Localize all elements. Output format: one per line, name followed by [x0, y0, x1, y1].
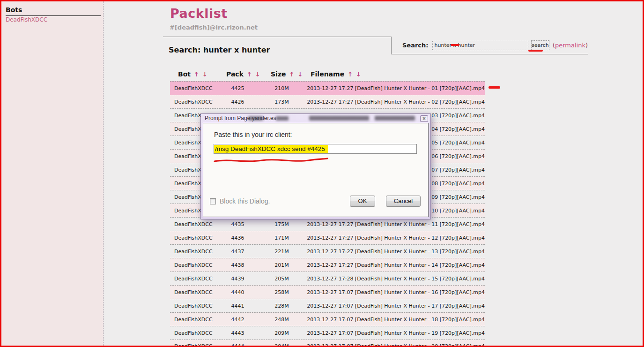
size-cell: 205M — [260, 276, 299, 282]
pack-cell: 4440 — [217, 289, 260, 295]
dialog-title: Prompt from Page yander.es — [205, 115, 276, 121]
table-header-row: Bot ↑ ↓ Pack ↑ ↓ Size ↑ ↓ Filename ↑ ↓ — [170, 67, 485, 81]
dialog-titlebar[interactable]: Prompt from Page yander.es × — [201, 114, 430, 123]
ok-button[interactable]: OK — [350, 196, 375, 207]
pack-row-4441[interactable]: DeadFishXDCC4441228M2013-12-27 17:07 [De… — [170, 299, 485, 312]
block-dialog-checkbox[interactable] — [210, 198, 216, 204]
pack-cell: 4438 — [217, 262, 260, 268]
file-cell: 2013-12-27 17:27 [DeadFish] Hunter X Hun… — [299, 249, 485, 255]
bot-cell: DeadFishXDCC — [170, 85, 217, 91]
pack-cell: 4439 — [217, 276, 260, 282]
column-header-bot: Bot ↑ ↓ — [170, 70, 218, 78]
bot-cell: DeadFishXDCC — [170, 289, 217, 295]
annotation-search-button-underline — [528, 50, 543, 52]
bots-heading: Bots — [6, 6, 101, 16]
file-cell: 2013-12-27 17:27 [DeadFish] Hunter X Hun… — [299, 262, 485, 268]
pack-row-4425[interactable]: DeadFishXDCC4425210M2013-12-27 17:27 [De… — [170, 81, 485, 95]
sort-desc-icon[interactable]: ↓ — [297, 71, 303, 78]
column-header-size: Size ↑ ↓ — [263, 70, 303, 78]
pack-cell: 4435 — [217, 221, 260, 227]
annotation-search-input-mark — [451, 44, 459, 46]
close-icon[interactable]: × — [420, 115, 428, 122]
blurred-row-remnant — [248, 116, 263, 121]
permalink-text[interactable]: permalink — [555, 42, 585, 49]
pack-cell: 4436 — [217, 235, 260, 241]
file-cell: 2013-12-27 17:27 [DeadFish] Hunter X Hun… — [299, 221, 485, 227]
bot-cell: DeadFishXDCC — [170, 249, 217, 255]
file-cell: 2013-12-27 17:28 [DeadFish] Hunter X Hun… — [299, 276, 485, 282]
highlighted-command-text: /msg DeadFishXDCC xdcc send #4425 — [214, 145, 328, 153]
dialog-content: Paste this in your irc client: /msg Dead… — [203, 123, 429, 217]
blurred-row-remnant — [309, 116, 369, 121]
blurred-row-remnant — [375, 116, 415, 121]
blurred-row-remnant — [276, 116, 289, 121]
column-header-pack: Pack ↑ ↓ — [218, 70, 263, 78]
dialog-message: Paste this in your irc client: — [214, 131, 292, 138]
sidebar-item-deadfishxdcc[interactable]: DeadFishXDCC — [6, 16, 47, 23]
pack-cell: 4425 — [217, 85, 260, 91]
file-cell: 2013-12-27 17:27 [DeadFish] Hunter X Hun… — [299, 85, 485, 91]
sort-desc-icon[interactable]: ↓ — [255, 71, 260, 78]
bots-sidebar: Bots DeadFishXDCC — [1, 1, 104, 346]
bot-cell: DeadFishXDCC — [170, 276, 217, 282]
file-cell: 2013-12-27 17:27 [DeadFish] Hunter X Hun… — [299, 99, 485, 105]
size-cell: 175M — [260, 221, 299, 227]
sort-asc-icon[interactable]: ↑ — [247, 71, 252, 78]
size-cell: 201M — [260, 262, 299, 268]
file-cell: 2013-12-27 17:07 [DeadFish] Hunter X Hun… — [299, 317, 485, 323]
pack-cell: 4443 — [217, 330, 260, 336]
bot-cell: DeadFishXDCC — [170, 99, 217, 105]
size-cell: 210M — [260, 85, 299, 91]
header-divider — [163, 37, 391, 37]
bot-cell: DeadFishXDCC — [170, 221, 217, 227]
bot-cell: DeadFishXDCC — [170, 303, 217, 309]
permalink-paren-close: ) — [585, 42, 588, 49]
bot-cell: DeadFishXDCC — [170, 262, 217, 268]
size-cell: 258M — [260, 289, 299, 295]
prompt-dialog: Prompt from Page yander.es × Paste this … — [200, 113, 431, 219]
search-button[interactable]: search — [531, 40, 549, 50]
page-title: Packlist — [170, 6, 228, 21]
pack-row-4436[interactable]: DeadFishXDCC4436171M2013-12-27 17:27 [De… — [170, 231, 485, 244]
file-cell: 2013-12-27 17:07 [DeadFish] Hunter X Hun… — [299, 303, 485, 309]
permalink-link[interactable]: (permalink) — [553, 42, 588, 49]
size-cell: 171M — [260, 235, 299, 241]
bot-cell: DeadFishXDCC — [170, 235, 217, 241]
file-cell: 2013-12-27 17:07 [DeadFish] Hunter X Hun… — [299, 289, 485, 295]
size-cell: 221M — [260, 249, 299, 255]
size-cell: 204M — [260, 343, 299, 347]
sort-desc-icon[interactable]: ↓ — [202, 71, 207, 78]
irc-command-input[interactable]: /msg DeadFishXDCC xdcc send #4425 — [214, 144, 417, 154]
pack-cell: 4437 — [217, 249, 260, 255]
search-input[interactable]: hunter x hunter — [432, 41, 529, 50]
pack-row-4442[interactable]: DeadFishXDCC4442248M2013-12-27 17:07 [De… — [170, 312, 485, 326]
annotation-red-squiggle — [213, 157, 330, 165]
size-cell: 209M — [260, 330, 299, 336]
pack-row-4426[interactable]: DeadFishXDCC4426173M2013-12-27 17:27 [De… — [170, 95, 485, 108]
pack-row-4438[interactable]: DeadFishXDCC4438201M2013-12-27 17:27 [De… — [170, 258, 485, 272]
pack-row-4437[interactable]: DeadFishXDCC4437221M2013-12-27 17:27 [De… — [170, 244, 485, 258]
search-label: Search: — [402, 42, 429, 49]
size-cell: 248M — [260, 317, 299, 323]
pack-cell: 4442 — [217, 317, 260, 323]
pack-row-4439[interactable]: DeadFishXDCC4439205M2013-12-27 17:28 [De… — [170, 272, 485, 285]
pack-row-4443[interactable]: DeadFishXDCC4443209M2013-12-27 17:07 [De… — [170, 326, 485, 339]
packlist-page: Bots DeadFishXDCC Packlist #[deadfish]@i… — [0, 0, 644, 347]
pack-row-4444[interactable]: DeadFishXDCC4444204M2013-12-27 17:07 [De… — [170, 339, 485, 347]
annotation-selected-row-mark — [489, 86, 500, 89]
cancel-button[interactable]: Cancel — [386, 196, 421, 207]
sort-asc-icon[interactable]: ↑ — [289, 71, 295, 78]
bot-cell: DeadFishXDCC — [170, 330, 217, 336]
file-cell: 2013-12-27 17:27 [DeadFish] Hunter X Hun… — [299, 235, 485, 241]
pack-cell: 4441 — [217, 303, 260, 309]
channel-address: #[deadfish]@irc.rizon.net — [170, 24, 258, 31]
sort-asc-icon[interactable]: ↑ — [348, 71, 353, 78]
sort-asc-icon[interactable]: ↑ — [194, 71, 199, 78]
sort-desc-icon[interactable]: ↓ — [356, 71, 361, 78]
pack-cell: 4426 — [217, 99, 260, 105]
pack-row-4440[interactable]: DeadFishXDCC4440258M2013-12-27 17:07 [De… — [170, 285, 485, 299]
pack-cell: 4444 — [217, 343, 260, 347]
search-results-heading: Search: hunter x hunter — [169, 45, 270, 54]
file-cell: 2013-12-27 17:07 [DeadFish] Hunter X Hun… — [299, 330, 485, 336]
bot-cell: DeadFishXDCC — [170, 317, 217, 323]
